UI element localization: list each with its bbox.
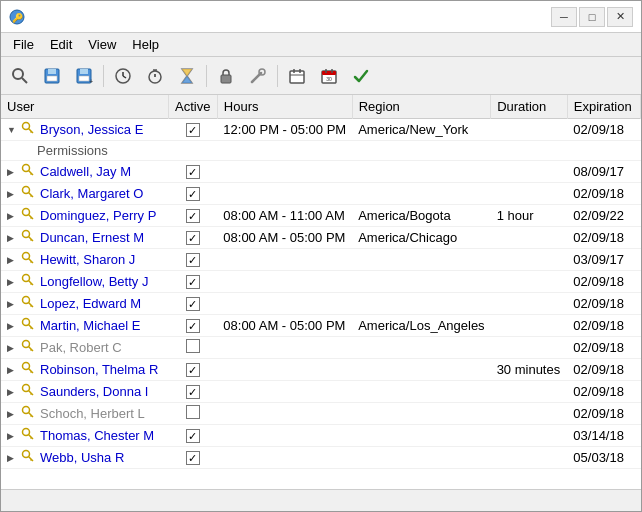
active-checkbox[interactable]: ✓ [186, 165, 200, 179]
active-checkbox[interactable]: ✓ [186, 319, 200, 333]
user-name[interactable]: Saunders, Donna I [40, 384, 148, 399]
col-header-expiration[interactable]: Expiration [567, 95, 640, 119]
active-checkbox[interactable] [186, 339, 200, 353]
table-row[interactable]: ▶ Robinson, Thelma R✓30 minutes02/09/18 [1, 359, 641, 381]
active-cell[interactable]: ✓ [169, 315, 218, 337]
active-checkbox[interactable]: ✓ [186, 275, 200, 289]
table-row[interactable]: ▶ Schoch, Herbert L02/09/18 [1, 403, 641, 425]
table-row[interactable]: ▶ Martin, Michael E✓08:00 AM - 05:00 PMA… [1, 315, 641, 337]
active-cell[interactable] [169, 337, 218, 359]
user-name[interactable]: Clark, Margaret O [40, 186, 143, 201]
region-cell [352, 293, 490, 315]
active-checkbox[interactable]: ✓ [186, 231, 200, 245]
active-cell[interactable]: ✓ [169, 161, 218, 183]
table-row[interactable]: ▶ Duncan, Ernest M✓08:00 AM - 05:00 PMAm… [1, 227, 641, 249]
table-content[interactable]: User Active Hours Region Duration Expira… [1, 95, 641, 489]
active-checkbox[interactable]: ✓ [186, 451, 200, 465]
title-bar: 🔑 ─ □ ✕ [1, 1, 641, 33]
active-cell[interactable]: ✓ [169, 293, 218, 315]
menu-help[interactable]: Help [124, 35, 167, 54]
user-name[interactable]: Robinson, Thelma R [40, 362, 158, 377]
user-name[interactable]: Dominguez, Perry P [40, 208, 156, 223]
active-checkbox[interactable]: ✓ [186, 187, 200, 201]
menu-file[interactable]: File [5, 35, 42, 54]
table-row[interactable]: ▶ Caldwell, Jay M✓08/09/17 [1, 161, 641, 183]
active-checkbox[interactable]: ✓ [186, 123, 200, 137]
table-row[interactable]: ▶ Pak, Robert C02/09/18 [1, 337, 641, 359]
user-name[interactable]: Duncan, Ernest M [40, 230, 144, 245]
user-name[interactable]: Lopez, Edward M [40, 296, 141, 311]
active-checkbox[interactable]: ✓ [186, 209, 200, 223]
active-cell[interactable] [169, 403, 218, 425]
active-checkbox[interactable]: ✓ [186, 385, 200, 399]
col-header-active[interactable]: Active [169, 95, 218, 119]
active-checkbox[interactable]: ✓ [186, 253, 200, 267]
hourglass-toolbar-btn[interactable] [172, 62, 202, 90]
user-name[interactable]: Longfellow, Betty J [40, 274, 148, 289]
table-row[interactable]: Permissions [1, 141, 641, 161]
active-cell[interactable]: ✓ [169, 359, 218, 381]
table-row[interactable]: ▶ Hewitt, Sharon J✓03/09/17 [1, 249, 641, 271]
minimize-button[interactable]: ─ [551, 7, 577, 27]
table-row[interactable]: ▶ Thomas, Chester M✓03/14/18 [1, 425, 641, 447]
tools-toolbar-btn[interactable] [243, 62, 273, 90]
stopwatch-toolbar-btn[interactable] [140, 62, 170, 90]
col-header-hours[interactable]: Hours [217, 95, 352, 119]
search-toolbar-btn[interactable] [5, 62, 35, 90]
menu-edit[interactable]: Edit [42, 35, 80, 54]
lock-toolbar-btn[interactable] [211, 62, 241, 90]
active-cell[interactable]: ✓ [169, 381, 218, 403]
table-row[interactable]: ▶ Saunders, Donna I✓02/09/18 [1, 381, 641, 403]
checkmark-toolbar-btn[interactable] [346, 62, 376, 90]
active-cell[interactable]: ✓ [169, 183, 218, 205]
user-name[interactable]: Martin, Michael E [40, 318, 140, 333]
table-row[interactable]: ▶ Dominguez, Perry P✓08:00 AM - 11:00 AM… [1, 205, 641, 227]
user-name[interactable]: Hewitt, Sharon J [40, 252, 135, 267]
calendar2-icon: 30 [320, 67, 338, 85]
active-cell[interactable]: ✓ [169, 447, 218, 469]
table-row[interactable]: ▶ Webb, Usha R✓05/03/18 [1, 447, 641, 469]
calendar2-toolbar-btn[interactable]: 30 [314, 62, 344, 90]
table-row[interactable]: ▶ Longfellow, Betty J✓02/09/18 [1, 271, 641, 293]
save-as-toolbar-btn[interactable]: + [69, 62, 99, 90]
active-cell[interactable]: ✓ [169, 205, 218, 227]
col-header-user[interactable]: User [1, 95, 169, 119]
user-name[interactable]: Thomas, Chester M [40, 428, 154, 443]
col-header-duration[interactable]: Duration [491, 95, 568, 119]
user-name[interactable]: Pak, Robert C [40, 340, 122, 355]
save-toolbar-btn[interactable] [37, 62, 67, 90]
active-cell[interactable]: ✓ [169, 271, 218, 293]
user-name[interactable]: Caldwell, Jay M [40, 164, 131, 179]
svg-rect-24 [290, 71, 304, 83]
active-cell[interactable]: ✓ [169, 119, 218, 141]
active-cell[interactable]: ✓ [169, 227, 218, 249]
table-row[interactable]: ▶ Clark, Margaret O✓02/09/18 [1, 183, 641, 205]
hourglass-icon [178, 67, 196, 85]
col-header-region[interactable]: Region [352, 95, 490, 119]
active-cell[interactable]: ✓ [169, 425, 218, 447]
user-name[interactable]: Bryson, Jessica E [40, 122, 143, 137]
region-cell [352, 381, 490, 403]
region-cell [352, 425, 490, 447]
active-checkbox[interactable]: ✓ [186, 363, 200, 377]
active-cell[interactable]: ✓ [169, 249, 218, 271]
active-checkbox[interactable] [186, 405, 200, 419]
active-checkbox[interactable]: ✓ [186, 429, 200, 443]
clock-toolbar-btn[interactable] [108, 62, 138, 90]
user-name[interactable]: Schoch, Herbert L [40, 406, 145, 421]
active-checkbox[interactable]: ✓ [186, 297, 200, 311]
user-name[interactable]: Webb, Usha R [40, 450, 124, 465]
close-button[interactable]: ✕ [607, 7, 633, 27]
expiration-cell: 02/09/18 [567, 315, 640, 337]
table-row[interactable]: ▶ Lopez, Edward M✓02/09/18 [1, 293, 641, 315]
maximize-button[interactable]: □ [579, 7, 605, 27]
user-cell: ▶ Dominguez, Perry P [1, 205, 169, 227]
expand-arrow[interactable]: ▼ [7, 125, 19, 135]
key-icon [21, 295, 35, 312]
expiration-cell: 02/09/18 [567, 271, 640, 293]
duration-cell [491, 381, 568, 403]
menu-view[interactable]: View [80, 35, 124, 54]
calendar1-toolbar-btn[interactable] [282, 62, 312, 90]
user-cell: ▶ Webb, Usha R [1, 447, 169, 469]
table-row[interactable]: ▼ Bryson, Jessica E✓12:00 PM - 05:00 PMA… [1, 119, 641, 141]
